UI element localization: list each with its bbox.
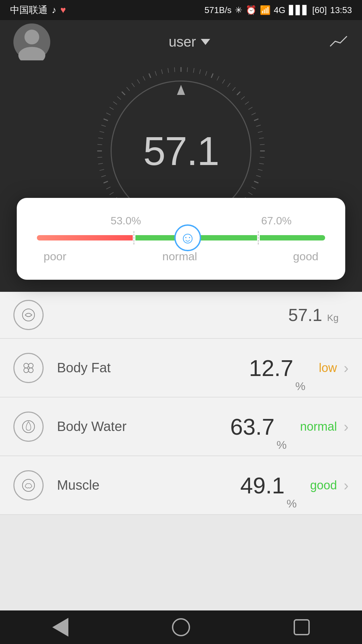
svg-line-18	[256, 125, 260, 126]
svg-line-23	[260, 157, 264, 158]
music-icon: ♪	[52, 5, 56, 15]
range-bar: ☺	[37, 233, 325, 243]
back-icon	[52, 618, 68, 637]
body-fat-chevron[interactable]: ›	[344, 360, 349, 376]
svg-line-63	[98, 144, 102, 145]
svg-line-69	[110, 107, 114, 109]
lte-icon: 4G	[274, 5, 286, 15]
svg-line-77	[149, 73, 150, 78]
svg-line-8	[217, 76, 219, 80]
svg-line-24	[259, 163, 264, 164]
svg-line-25	[258, 169, 262, 170]
muscle-status: good	[310, 478, 337, 492]
recent-button[interactable]	[282, 614, 322, 641]
svg-point-86	[28, 368, 33, 373]
home-button[interactable]	[161, 614, 201, 641]
header: user	[0, 20, 362, 64]
bar-poor	[37, 235, 133, 240]
svg-point-0	[24, 30, 39, 44]
svg-line-64	[98, 138, 103, 139]
svg-line-10	[228, 83, 230, 87]
svg-point-1	[18, 47, 46, 60]
svg-line-74	[132, 83, 134, 87]
svg-line-60	[98, 163, 103, 164]
svg-line-15	[248, 107, 252, 109]
svg-line-70	[113, 102, 117, 104]
svg-line-12	[237, 92, 240, 95]
svg-line-66	[101, 125, 106, 126]
svg-line-26	[256, 175, 260, 177]
avatar[interactable]	[13, 23, 50, 60]
carrier-label: 中国联通	[10, 4, 48, 16]
bar-good	[260, 235, 325, 240]
muscle-chevron[interactable]: ›	[344, 477, 349, 494]
body-water-value: 63.7	[230, 414, 275, 440]
metric-row-muscle[interactable]: Muscle 49.1 % good ›	[0, 456, 362, 515]
svg-line-19	[258, 131, 262, 132]
popup-card: 53.0% 67.0% ☺ poor normal good	[17, 198, 345, 280]
svg-line-9	[222, 79, 225, 84]
svg-line-14	[245, 102, 249, 104]
body-fat-label: Body Fat	[57, 360, 249, 375]
status-left: 中国联通 ♪ ♥	[10, 4, 66, 16]
nav-bar	[0, 610, 362, 644]
body-water-icon	[13, 412, 44, 442]
svg-line-59	[100, 169, 104, 170]
svg-line-61	[98, 157, 102, 158]
svg-line-27	[254, 181, 258, 183]
svg-line-29	[248, 192, 252, 195]
svg-point-87	[22, 421, 35, 433]
svg-line-81	[174, 67, 175, 72]
back-button[interactable]	[40, 614, 80, 641]
svg-line-5	[199, 69, 200, 74]
gauge-value: 57.1	[143, 128, 219, 174]
chart-icon[interactable]	[328, 33, 349, 51]
svg-line-58	[101, 175, 106, 177]
body-water-unit: %	[277, 438, 287, 455]
range-labels-top: 53.0% 67.0%	[37, 215, 325, 227]
svg-line-56	[106, 187, 110, 189]
metric-row-body-fat[interactable]: Body Fat 12.7 % low ›	[0, 339, 362, 397]
svg-line-72	[122, 92, 125, 95]
range-labels-bottom: poor normal good	[37, 250, 325, 263]
body-fat-icon	[13, 353, 44, 383]
svg-line-3	[187, 67, 188, 72]
svg-line-4	[193, 68, 194, 73]
battery-icon: [60]	[312, 5, 327, 15]
svg-line-57	[104, 181, 108, 183]
user-avatar-icon	[13, 23, 50, 60]
body-fat-status: low	[319, 361, 337, 375]
svg-line-21	[260, 144, 264, 145]
user-selector[interactable]: user	[169, 34, 210, 50]
partial-value: 57.1 Kg	[288, 305, 339, 325]
svg-line-75	[137, 79, 139, 84]
svg-point-84	[28, 363, 33, 368]
svg-line-68	[106, 113, 110, 115]
status-bar: 中国联通 ♪ ♥ 571B/s ✳ ⏰ 📶 4G ▋▋▋ [60] 13:53	[0, 0, 362, 20]
muscle-value: 49.1	[240, 472, 285, 498]
svg-line-13	[241, 97, 245, 100]
speed-label: 571B/s	[204, 5, 232, 15]
body-fat-value: 12.7	[249, 355, 293, 381]
svg-line-55	[110, 192, 114, 195]
svg-line-20	[259, 138, 264, 139]
chevron-down-icon	[201, 39, 210, 45]
recent-icon	[294, 619, 310, 635]
gauge-pointer	[177, 85, 185, 95]
metrics-section: 57.1 Kg Body Fat 12.7 % low › Body Water…	[0, 292, 362, 610]
user-label: user	[169, 34, 196, 50]
muscle-label: Muscle	[57, 478, 240, 493]
svg-line-78	[155, 71, 157, 75]
svg-line-28	[251, 187, 255, 189]
time-label: 13:53	[330, 5, 352, 15]
status-right: 571B/s ✳ ⏰ 📶 4G ▋▋▋ [60] 13:53	[204, 5, 352, 15]
body-water-status: normal	[300, 420, 337, 434]
svg-line-16	[251, 113, 255, 115]
muscle-unit: %	[287, 497, 297, 514]
svg-line-79	[162, 69, 163, 74]
metric-row-body-water[interactable]: Body Water 63.7 % normal ›	[0, 397, 362, 456]
muscle-icon	[13, 470, 44, 500]
partial-row[interactable]: 57.1 Kg	[0, 292, 362, 339]
body-water-chevron[interactable]: ›	[344, 418, 349, 435]
svg-line-17	[254, 119, 258, 120]
